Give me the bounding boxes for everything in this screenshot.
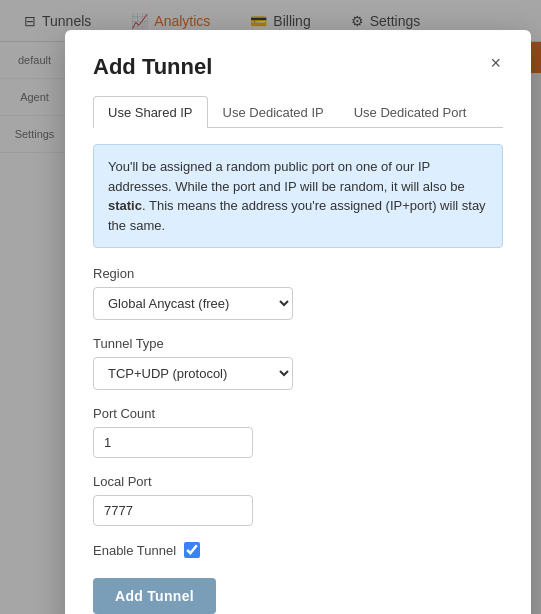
modal-header: Add Tunnel ×	[93, 54, 503, 80]
info-text-1: You'll be assigned a random public port …	[108, 159, 465, 194]
tab-group: Use Shared IP Use Dedicated IP Use Dedic…	[93, 96, 503, 128]
tab-dedicated-ip[interactable]: Use Dedicated IP	[208, 96, 339, 128]
tunnel-type-label: Tunnel Type	[93, 336, 503, 351]
enable-tunnel-checkbox[interactable]	[184, 542, 200, 558]
region-select[interactable]: Global Anycast (free) US East US West Eu…	[93, 287, 293, 320]
modal-title: Add Tunnel	[93, 54, 212, 80]
local-port-label: Local Port	[93, 474, 503, 489]
region-group: Region Global Anycast (free) US East US …	[93, 266, 503, 320]
local-port-group: Local Port	[93, 474, 503, 526]
add-tunnel-modal: Add Tunnel × Use Shared IP Use Dedicated…	[65, 30, 531, 614]
tab-shared-ip[interactable]: Use Shared IP	[93, 96, 208, 128]
port-count-label: Port Count	[93, 406, 503, 421]
tunnel-type-select[interactable]: TCP+UDP (protocol) HTTP HTTPS TCP UDP	[93, 357, 293, 390]
modal-close-button[interactable]: ×	[488, 54, 503, 72]
port-count-input[interactable]	[93, 427, 253, 458]
tunnel-type-group: Tunnel Type TCP+UDP (protocol) HTTP HTTP…	[93, 336, 503, 390]
enable-tunnel-label: Enable Tunnel	[93, 543, 176, 558]
region-label: Region	[93, 266, 503, 281]
enable-tunnel-group: Enable Tunnel	[93, 542, 503, 558]
info-text-2: . This means the address you're assigned…	[108, 198, 486, 233]
tab-dedicated-port[interactable]: Use Dedicated Port	[339, 96, 482, 128]
info-box: You'll be assigned a random public port …	[93, 144, 503, 248]
add-tunnel-button[interactable]: Add Tunnel	[93, 578, 216, 614]
info-text-bold: static	[108, 198, 142, 213]
local-port-input[interactable]	[93, 495, 253, 526]
port-count-group: Port Count	[93, 406, 503, 458]
